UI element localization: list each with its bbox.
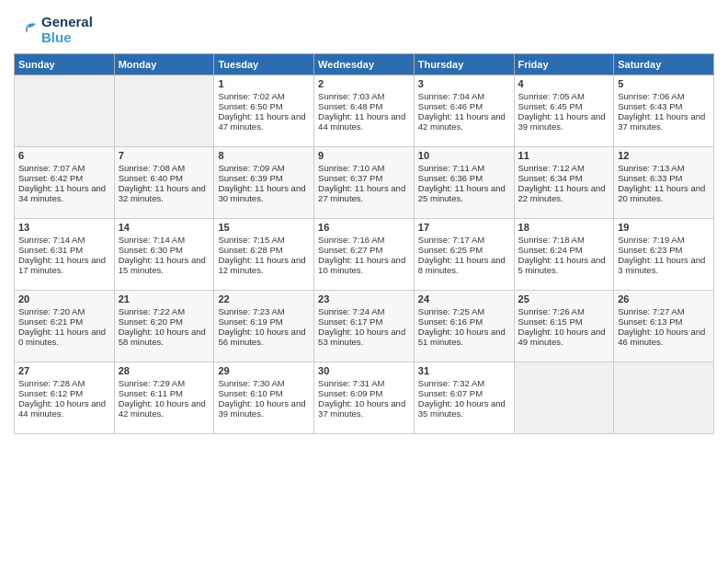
calendar-cell: 30 Sunrise: 7:31 AM Sunset: 6:09 PM Dayl… [314, 362, 415, 433]
day-number: 17 [418, 222, 510, 233]
daylight-text: Daylight: 11 hours and 37 minutes. [618, 111, 705, 132]
sunrise-text: Sunrise: 7:31 AM [318, 378, 384, 388]
sunrise-text: Sunrise: 7:10 AM [318, 163, 384, 173]
daylight-text: Daylight: 11 hours and 32 minutes. [119, 183, 206, 203]
sunrise-text: Sunrise: 7:02 AM [218, 91, 284, 101]
sunset-text: Sunset: 6:21 PM [18, 316, 83, 327]
calendar-cell: 25 Sunrise: 7:26 AM Sunset: 6:15 PM Dayl… [514, 290, 614, 362]
day-number: 10 [418, 150, 510, 161]
day-number: 1 [218, 78, 310, 89]
logo-bird-icon [14, 17, 40, 42]
daylight-text: Daylight: 11 hours and 17 minutes. [18, 255, 106, 275]
calendar-cell: 4 Sunrise: 7:05 AM Sunset: 6:45 PM Dayli… [514, 75, 614, 146]
day-number: 12 [618, 150, 710, 161]
header-wednesday: Wednesday [314, 53, 415, 75]
daylight-text: Daylight: 11 hours and 47 minutes. [218, 111, 305, 132]
calendar-cell: 10 Sunrise: 7:11 AM Sunset: 6:36 PM Dayl… [414, 146, 514, 218]
calendar-cell: 2 Sunrise: 7:03 AM Sunset: 6:48 PM Dayli… [314, 75, 415, 146]
sunset-text: Sunset: 6:48 PM [318, 101, 382, 111]
day-number: 21 [119, 293, 210, 304]
day-number: 3 [418, 78, 510, 89]
sunrise-text: Sunrise: 7:23 AM [218, 306, 284, 316]
sunrise-text: Sunrise: 7:20 AM [18, 306, 85, 316]
daylight-text: Daylight: 10 hours and 39 minutes. [218, 398, 305, 419]
sunset-text: Sunset: 6:45 PM [518, 101, 583, 111]
week-row-5: 27 Sunrise: 7:28 AM Sunset: 6:12 PM Dayl… [15, 362, 714, 433]
day-number: 22 [218, 293, 310, 304]
day-number: 6 [18, 150, 110, 161]
sunset-text: Sunset: 6:37 PM [318, 173, 382, 183]
daylight-text: Daylight: 11 hours and 34 minutes. [18, 183, 106, 203]
calendar-cell: 28 Sunrise: 7:29 AM Sunset: 6:11 PM Dayl… [114, 362, 214, 433]
calendar-cell: 27 Sunrise: 7:28 AM Sunset: 6:12 PM Dayl… [15, 362, 115, 433]
calendar-cell: 31 Sunrise: 7:32 AM Sunset: 6:07 PM Dayl… [414, 362, 514, 433]
week-row-2: 6 Sunrise: 7:07 AM Sunset: 6:42 PM Dayli… [15, 146, 714, 218]
calendar-cell: 9 Sunrise: 7:10 AM Sunset: 6:37 PM Dayli… [314, 146, 415, 218]
daylight-text: Daylight: 11 hours and 5 minutes. [518, 255, 606, 275]
sunrise-text: Sunrise: 7:24 AM [318, 306, 384, 316]
day-number: 23 [318, 293, 410, 304]
calendar-cell: 14 Sunrise: 7:14 AM Sunset: 6:30 PM Dayl… [114, 218, 214, 290]
sunset-text: Sunset: 6:25 PM [418, 245, 483, 255]
day-number: 29 [218, 365, 310, 376]
sunrise-text: Sunrise: 7:03 AM [318, 91, 384, 101]
sunrise-text: Sunrise: 7:15 AM [218, 235, 284, 245]
day-number: 27 [18, 365, 110, 376]
daylight-text: Daylight: 11 hours and 0 minutes. [18, 327, 106, 347]
day-number: 7 [119, 150, 210, 161]
daylight-text: Daylight: 11 hours and 8 minutes. [418, 255, 506, 275]
sunrise-text: Sunrise: 7:14 AM [119, 235, 185, 245]
sunset-text: Sunset: 6:09 PM [318, 388, 382, 398]
day-number: 11 [518, 150, 610, 161]
daylight-text: Daylight: 10 hours and 42 minutes. [119, 398, 206, 419]
day-number: 16 [318, 222, 410, 233]
sunset-text: Sunset: 6:13 PM [618, 316, 682, 327]
sunset-text: Sunset: 6:39 PM [218, 173, 282, 183]
sunset-text: Sunset: 6:20 PM [119, 316, 183, 327]
sunset-text: Sunset: 6:36 PM [418, 173, 483, 183]
daylight-text: Daylight: 11 hours and 39 minutes. [518, 111, 606, 132]
sunset-text: Sunset: 6:31 PM [18, 245, 83, 255]
sunset-text: Sunset: 6:12 PM [18, 388, 83, 398]
week-row-3: 13 Sunrise: 7:14 AM Sunset: 6:31 PM Dayl… [15, 218, 714, 290]
sunset-text: Sunset: 6:46 PM [418, 101, 483, 111]
daylight-text: Daylight: 11 hours and 30 minutes. [218, 183, 305, 203]
day-number: 13 [18, 222, 110, 233]
day-number: 4 [518, 78, 610, 89]
day-number: 31 [418, 365, 510, 376]
sunrise-text: Sunrise: 7:08 AM [119, 163, 185, 173]
calendar-cell [614, 362, 714, 433]
logo-line2: Blue [41, 29, 93, 45]
daylight-text: Daylight: 11 hours and 42 minutes. [418, 111, 506, 132]
day-number: 24 [418, 293, 510, 304]
sunset-text: Sunset: 6:33 PM [618, 173, 682, 183]
sunrise-text: Sunrise: 7:25 AM [418, 306, 484, 316]
daylight-text: Daylight: 11 hours and 22 minutes. [518, 183, 606, 203]
daylight-text: Daylight: 10 hours and 51 minutes. [418, 327, 506, 347]
daylight-text: Daylight: 11 hours and 20 minutes. [618, 183, 705, 203]
sunrise-text: Sunrise: 7:27 AM [618, 306, 684, 316]
sunset-text: Sunset: 6:10 PM [218, 388, 282, 398]
calendar-cell: 22 Sunrise: 7:23 AM Sunset: 6:19 PM Dayl… [214, 290, 314, 362]
calendar-cell [114, 75, 214, 146]
daylight-text: Daylight: 10 hours and 53 minutes. [318, 327, 405, 347]
calendar-cell [514, 362, 614, 433]
daylight-text: Daylight: 10 hours and 49 minutes. [518, 327, 606, 347]
calendar-cell [15, 75, 115, 146]
daylight-text: Daylight: 11 hours and 25 minutes. [418, 183, 506, 203]
header-sunday: Sunday [15, 53, 115, 75]
sunrise-text: Sunrise: 7:16 AM [318, 235, 384, 245]
header-friday: Friday [514, 53, 614, 75]
calendar-cell: 6 Sunrise: 7:07 AM Sunset: 6:42 PM Dayli… [15, 146, 115, 218]
daylight-text: Daylight: 10 hours and 46 minutes. [618, 327, 705, 347]
calendar-cell: 11 Sunrise: 7:12 AM Sunset: 6:34 PM Dayl… [514, 146, 614, 218]
day-number: 8 [218, 150, 310, 161]
sunrise-text: Sunrise: 7:11 AM [418, 163, 484, 173]
day-number: 30 [318, 365, 410, 376]
day-number: 19 [618, 222, 710, 233]
daylight-text: Daylight: 11 hours and 12 minutes. [218, 255, 305, 275]
calendar-cell: 21 Sunrise: 7:22 AM Sunset: 6:20 PM Dayl… [114, 290, 214, 362]
sunset-text: Sunset: 6:42 PM [18, 173, 83, 183]
sunrise-text: Sunrise: 7:04 AM [418, 91, 484, 101]
sunrise-text: Sunrise: 7:28 AM [18, 378, 85, 388]
